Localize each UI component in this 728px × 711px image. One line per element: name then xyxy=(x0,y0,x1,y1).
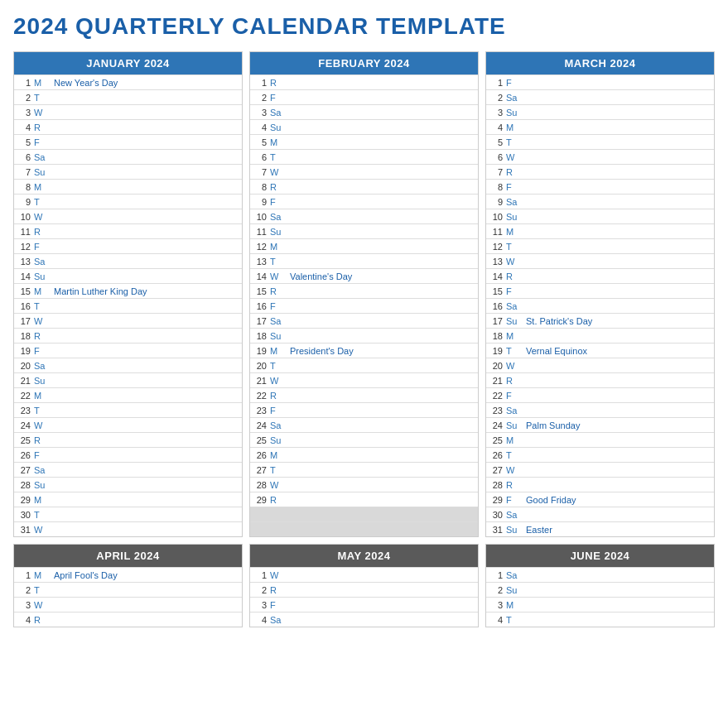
month-block-1: JANUARY 20241MNew Year's Day2T3W4R5F6Sa7… xyxy=(13,51,243,537)
day-number: 19 xyxy=(253,346,267,356)
day-number: 16 xyxy=(253,301,267,311)
day-row: 1MApril Fool's Day xyxy=(14,567,242,582)
day-row: 12F xyxy=(14,238,242,253)
day-number: 2 xyxy=(489,93,503,103)
day-row: 3W xyxy=(14,597,242,612)
day-number: 4 xyxy=(489,123,503,132)
day-name: T xyxy=(34,197,52,207)
day-row: 6W xyxy=(486,149,714,164)
day-row: 24W xyxy=(14,417,242,432)
day-number: 16 xyxy=(489,301,503,311)
day-row: 27Sa xyxy=(14,462,242,477)
day-name: F xyxy=(34,242,52,252)
day-number: 16 xyxy=(17,301,31,311)
day-name: Sa xyxy=(34,257,52,267)
day-row: 1F xyxy=(486,74,714,89)
day-number: 17 xyxy=(489,316,503,326)
day-name: T xyxy=(34,510,52,520)
day-name: W xyxy=(270,570,288,580)
day-name: Sa xyxy=(34,361,52,371)
day-name: T xyxy=(506,346,524,356)
day-name: Sa xyxy=(506,570,524,580)
day-number: 2 xyxy=(253,93,267,103)
day-name: M xyxy=(506,227,524,237)
day-name: R xyxy=(506,480,524,490)
day-row: 4T xyxy=(486,612,714,627)
day-name: W xyxy=(34,525,52,535)
day-row: 21R xyxy=(486,372,714,387)
day-row: 17W xyxy=(14,313,242,328)
day-row: 13W xyxy=(486,253,714,268)
day-row: 5M xyxy=(250,134,478,149)
day-name: M xyxy=(34,286,52,296)
day-number: 25 xyxy=(253,435,267,445)
day-name: W xyxy=(34,316,52,326)
day-event: Valentine's Day xyxy=(290,271,352,281)
day-number: 13 xyxy=(253,257,267,267)
day-name: M xyxy=(270,137,288,147)
day-row: 24SuPalm Sunday xyxy=(486,417,714,432)
day-number: 28 xyxy=(489,480,503,490)
day-row: 7W xyxy=(250,164,478,179)
day-name: R xyxy=(34,331,52,341)
day-name: Su xyxy=(34,480,52,490)
day-event: Martin Luther King Day xyxy=(54,286,147,296)
day-number: 1 xyxy=(253,78,267,88)
day-row: 25Su xyxy=(250,432,478,447)
day-row: 11Su xyxy=(250,223,478,238)
day-row: 16F xyxy=(250,298,478,313)
day-name: F xyxy=(34,450,52,460)
day-name: T xyxy=(270,257,288,267)
day-number: 29 xyxy=(253,495,267,505)
day-row: 14Su xyxy=(14,268,242,283)
day-name: Sa xyxy=(34,152,52,162)
day-name: Sa xyxy=(506,93,524,103)
day-row: 19MPresident's Day xyxy=(250,343,478,358)
day-number: 1 xyxy=(253,570,267,580)
day-row: 28R xyxy=(486,477,714,492)
day-row: 25R xyxy=(14,432,242,447)
day-number: 3 xyxy=(489,108,503,118)
day-number: 8 xyxy=(253,182,267,192)
day-name: T xyxy=(270,152,288,162)
day-number: 18 xyxy=(17,331,31,341)
day-name: Sa xyxy=(270,615,288,625)
day-name: W xyxy=(270,480,288,490)
day-row: 18Su xyxy=(250,328,478,343)
day-row: 17Sa xyxy=(250,313,478,328)
day-name: Sa xyxy=(270,420,288,430)
day-number: 8 xyxy=(489,182,503,192)
day-number: 12 xyxy=(253,242,267,252)
day-row: 1W xyxy=(250,567,478,582)
day-name: R xyxy=(506,376,524,386)
day-name: M xyxy=(270,450,288,460)
day-number: 3 xyxy=(253,600,267,610)
day-number: 2 xyxy=(253,585,267,595)
day-number: 1 xyxy=(17,570,31,580)
day-number: 25 xyxy=(489,435,503,445)
day-row: 9T xyxy=(14,194,242,209)
day-name: T xyxy=(506,242,524,252)
day-row: 3Su xyxy=(486,104,714,119)
day-row: 4R xyxy=(14,612,242,627)
day-name: W xyxy=(270,376,288,386)
day-row: 19F xyxy=(14,343,242,358)
day-name: W xyxy=(506,152,524,162)
day-number: 15 xyxy=(17,286,31,296)
day-name: M xyxy=(506,123,524,132)
day-name: F xyxy=(506,182,524,192)
day-name: F xyxy=(270,301,288,311)
day-name: R xyxy=(506,271,524,281)
day-number: 21 xyxy=(17,376,31,386)
day-name: F xyxy=(270,406,288,416)
day-row: 4M xyxy=(486,119,714,134)
day-row: 26T xyxy=(486,447,714,462)
day-number: 10 xyxy=(17,212,31,222)
day-event: President's Day xyxy=(290,346,354,356)
day-row: 12T xyxy=(486,238,714,253)
day-row: 21Su xyxy=(14,372,242,387)
day-row: 18M xyxy=(486,328,714,343)
day-number: 9 xyxy=(17,197,31,207)
day-number: 30 xyxy=(489,510,503,520)
day-row: 9Sa xyxy=(486,194,714,209)
